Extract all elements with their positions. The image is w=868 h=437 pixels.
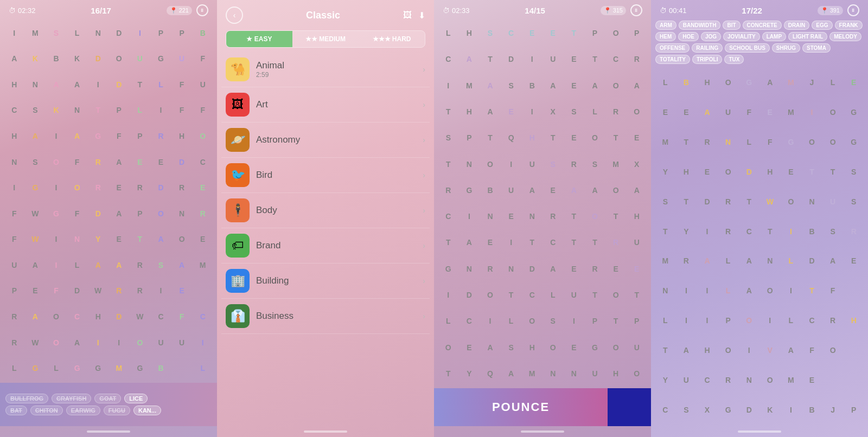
grid-cell: A <box>109 150 129 175</box>
grid-cell: F <box>172 72 192 97</box>
grid-cell: M <box>655 128 675 157</box>
grid-cell: W <box>760 187 780 216</box>
grid-cell: C <box>67 304 87 329</box>
tab-easy[interactable]: ★ EASY <box>226 31 292 47</box>
image-icon[interactable]: 🖼 <box>403 10 412 20</box>
grid-cell: K <box>67 47 87 72</box>
grid-cell: Y <box>655 157 675 186</box>
word-tag-bandwidth: BANDWIDTH <box>679 21 721 30</box>
phone-2: ‹ Classic 🖼 ⬇ ★ EASY ★★ MEDIUM ★★★ HARD … <box>217 0 434 437</box>
grid-cell: N <box>564 361 584 386</box>
menu-item-astronomy[interactable]: 🪐 Astronomy › <box>221 123 430 158</box>
grid-cell: K <box>760 395 780 424</box>
grid-cell: R <box>543 204 563 229</box>
grid-cell: A <box>67 72 87 97</box>
menu-title: Classic <box>306 10 340 21</box>
tab-medium[interactable]: ★★ MEDIUM <box>292 31 359 47</box>
timer-1: 02:32 <box>18 7 36 15</box>
grid-cell: T <box>606 204 626 229</box>
grid-cell: O <box>46 330 66 355</box>
grid-cell: E <box>25 279 46 304</box>
grid-cell: F <box>739 98 759 127</box>
grid-cell: H <box>4 72 24 97</box>
loc-icon-1: 📍 <box>170 7 177 14</box>
grid-cell: H <box>172 124 192 149</box>
grid-cell: X <box>543 99 563 124</box>
grid-cell: E <box>655 98 675 127</box>
grid-cell: S <box>676 395 697 424</box>
grid-cell: A <box>585 178 605 203</box>
grid-cell: F <box>46 279 66 304</box>
menu-item-art[interactable]: 🖼 Art › <box>221 87 430 123</box>
grid-cell: A <box>459 230 480 255</box>
grid-cell: O <box>193 124 213 149</box>
grid-cell: S <box>46 21 66 46</box>
grid-cell: E <box>151 150 171 175</box>
grid-cell: W <box>25 227 46 252</box>
grid-cell: C <box>501 21 521 46</box>
grid-cell: L <box>438 309 458 333</box>
grid-cell: F <box>193 47 213 72</box>
grid-cell: I <box>501 230 521 255</box>
business-text: Business <box>256 311 423 322</box>
body-name: Body <box>256 205 423 216</box>
grid-cell: T <box>522 230 542 255</box>
grid-cell: F <box>67 201 87 226</box>
grid-cell: I <box>4 175 24 200</box>
astronomy-name: Astronomy <box>256 134 423 145</box>
grid-cell: F <box>802 336 822 364</box>
grid-cell: A <box>627 178 647 203</box>
menu-item-body[interactable]: 🕴 Body › <box>221 193 430 228</box>
grid-cell: T <box>543 125 563 150</box>
tab-hard[interactable]: ★★★ HARD <box>359 31 425 47</box>
grid-cell: N <box>25 72 46 97</box>
grid-cell: I <box>564 309 584 333</box>
grid-cell: O <box>585 204 605 229</box>
grid-cell: L <box>67 253 87 278</box>
grid-cell: P <box>585 309 605 333</box>
grid-cell: N <box>543 361 563 386</box>
grid-cell: L <box>718 247 738 275</box>
grid-cell: I <box>676 277 697 305</box>
grid-cell: C <box>606 47 626 72</box>
grid-cell: I <box>88 330 108 355</box>
grid-cell: A <box>480 73 500 98</box>
back-button[interactable]: ‹ <box>226 7 243 24</box>
bird-chevron: › <box>423 171 425 179</box>
grid-cell: B <box>522 73 542 98</box>
grid-cell: P <box>627 309 647 333</box>
grid-cell: N <box>88 21 108 46</box>
grid-cell: B <box>676 68 697 97</box>
menu-item-business[interactable]: 👔 Business › <box>221 299 430 334</box>
word-tag: GOAT <box>94 394 121 403</box>
grid-cell: C <box>151 304 171 329</box>
word-tag-totality: TOTALITY <box>655 55 690 64</box>
menu-item-bird[interactable]: 🐦 Bird › <box>221 158 430 193</box>
menu-item-brand[interactable]: 🏷 Brand › <box>221 228 430 264</box>
download-icon[interactable]: ⬇ <box>418 10 425 21</box>
menu-item-animal[interactable]: 🐪 Animal 2:59 › <box>221 52 430 87</box>
menu-item-building[interactable]: 🏢 Building › <box>221 264 430 299</box>
grid-cell: C <box>459 309 480 333</box>
grid-cell: O <box>606 282 626 307</box>
grid-cell: I <box>193 330 213 355</box>
home-indicator-1 <box>0 426 217 437</box>
phone-1: ⏱ 02:32 16/17 📍 221 ⏸ I M S L N D I P P … <box>0 0 217 437</box>
grid-cell: Y <box>676 217 697 246</box>
grid-cell: R <box>585 256 605 281</box>
pause-btn-4[interactable]: ⏸ <box>847 4 859 16</box>
grid-cell: A <box>522 178 542 203</box>
pause-btn-3[interactable]: ⏸ <box>630 4 642 16</box>
grid-cell: T <box>655 217 675 246</box>
grid-cell: S <box>564 99 584 124</box>
grid-cell: P <box>109 98 129 123</box>
word-tag-melody: MELODY <box>829 32 861 41</box>
home-bar-3 <box>521 430 564 433</box>
grid-cell <box>193 279 213 304</box>
grid-cell: I <box>4 21 24 46</box>
tab-easy-label: ★ EASY <box>228 35 290 43</box>
grid-cell: T <box>438 99 458 124</box>
grid-cell: J <box>802 68 822 97</box>
grid-cell: U <box>585 361 605 386</box>
pause-btn-1[interactable]: ⏸ <box>196 4 208 16</box>
